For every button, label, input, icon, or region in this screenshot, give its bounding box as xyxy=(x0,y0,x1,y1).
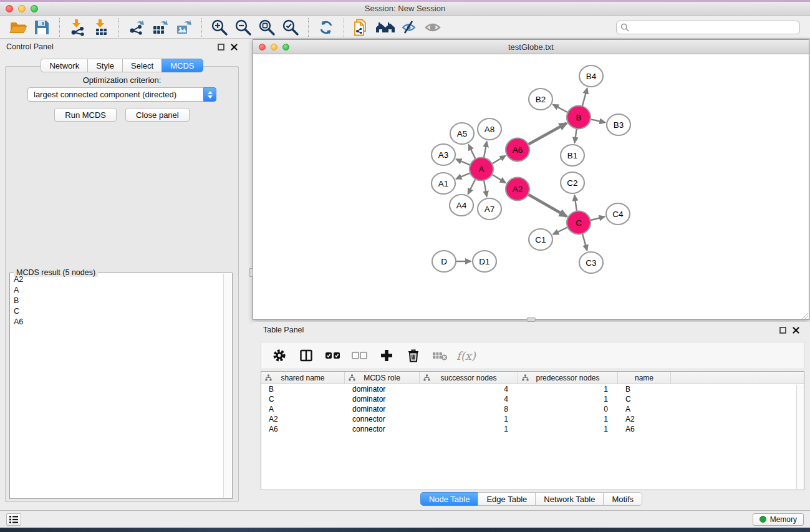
optimization-criterion-select[interactable]: largest connected component (directed) xyxy=(27,87,216,102)
table-row[interactable]: Adominator80A xyxy=(261,404,804,414)
table-cell[interactable]: connector xyxy=(345,424,420,434)
tab-node-table[interactable]: Node Table xyxy=(420,492,478,506)
delete-column-button[interactable] xyxy=(403,345,424,366)
mcds-result-item[interactable]: A2 xyxy=(11,274,223,285)
column-header-name[interactable]: name xyxy=(618,372,671,384)
edge-A6-B[interactable] xyxy=(529,123,567,145)
delete-table-button[interactable] xyxy=(430,345,451,366)
node-B2[interactable]: B2 xyxy=(529,89,552,110)
edge-A-A2[interactable] xyxy=(493,175,506,183)
node-C2[interactable]: C2 xyxy=(561,172,584,193)
node-A4[interactable]: A4 xyxy=(450,195,473,216)
resize-grip-icon[interactable] xyxy=(801,311,808,319)
table-cell[interactable]: 1 xyxy=(420,414,518,424)
edge-C-C1[interactable] xyxy=(553,227,567,234)
table-cell[interactable]: A6 xyxy=(261,424,345,434)
column-header-predecessor-nodes[interactable]: predecessor nodes xyxy=(518,372,618,384)
edge-C-C3[interactable] xyxy=(582,234,587,251)
edge-A2-C[interactable] xyxy=(529,195,567,216)
close-panel-button[interactable]: Close panel xyxy=(125,108,190,122)
table-row[interactable]: Bdominator41B xyxy=(261,384,804,394)
node-A8[interactable]: A8 xyxy=(478,118,501,140)
table-cell[interactable]: 8 xyxy=(420,404,518,414)
zoom-selected-button[interactable] xyxy=(281,18,301,37)
table-row[interactable]: A6connector11A6 xyxy=(261,424,804,434)
node-A5[interactable]: A5 xyxy=(450,123,474,144)
table-cell[interactable]: 0 xyxy=(518,404,618,414)
tab-edge-table[interactable]: Edge Table xyxy=(478,492,535,506)
table-scrollbar[interactable] xyxy=(796,385,804,489)
table-cell[interactable]: connector xyxy=(345,414,420,424)
node-C3[interactable]: C3 xyxy=(579,252,603,273)
zoom-in-button[interactable] xyxy=(210,18,229,37)
show-all-columns-button[interactable] xyxy=(322,345,344,366)
export-network-button[interactable] xyxy=(127,18,147,37)
float-panel-icon[interactable] xyxy=(779,327,786,334)
edge-B-B3[interactable] xyxy=(591,119,605,122)
table-cell[interactable]: C xyxy=(261,394,345,404)
create-column-button[interactable] xyxy=(376,345,397,366)
table-cell[interactable]: dominator xyxy=(345,394,420,404)
column-header-shared-name[interactable]: shared name xyxy=(261,372,345,384)
edge-B-B4[interactable] xyxy=(582,89,587,107)
node-B1[interactable]: B1 xyxy=(561,145,584,166)
table-cell[interactable]: A xyxy=(618,404,671,414)
node-A6[interactable]: A6 xyxy=(506,138,529,162)
export-table-button[interactable] xyxy=(150,18,170,37)
table-row[interactable]: A2connector11A2 xyxy=(261,414,804,424)
node-B4[interactable]: B4 xyxy=(579,65,603,87)
refresh-layout-button[interactable] xyxy=(316,18,336,37)
edge-A-A4[interactable] xyxy=(468,179,476,194)
edge-A-A7[interactable] xyxy=(484,180,487,196)
node-D[interactable]: D xyxy=(432,251,456,272)
node-B[interactable]: B xyxy=(567,106,591,129)
splitter-handle-vertical[interactable] xyxy=(249,268,253,277)
table-cell[interactable]: 1 xyxy=(518,414,618,424)
close-panel-icon[interactable] xyxy=(793,327,799,334)
home-button[interactable] xyxy=(375,18,395,37)
tab-mcds[interactable]: MCDS xyxy=(162,59,203,72)
result-scrollbar[interactable] xyxy=(223,274,231,498)
table-cell[interactable]: 1 xyxy=(518,424,618,434)
table-cell[interactable]: A6 xyxy=(618,424,671,434)
table-cell[interactable]: dominator xyxy=(345,384,420,394)
node-C4[interactable]: C4 xyxy=(606,203,630,225)
table-cell[interactable]: A xyxy=(261,404,345,414)
clone-network-button[interactable] xyxy=(352,18,372,37)
table-cell[interactable]: dominator xyxy=(345,404,420,414)
node-B3[interactable]: B3 xyxy=(607,114,630,135)
table-cell[interactable]: 1 xyxy=(518,394,618,404)
table-cell[interactable]: B xyxy=(261,384,345,394)
node-A3[interactable]: A3 xyxy=(432,144,455,165)
zoom-out-button[interactable] xyxy=(233,18,253,37)
table-cell[interactable]: 4 xyxy=(420,384,518,394)
edge-A-A8[interactable] xyxy=(484,142,487,158)
table-cell[interactable]: C xyxy=(618,394,671,404)
import-table-button[interactable] xyxy=(91,18,111,37)
edge-A-A6[interactable] xyxy=(493,156,506,164)
network-window-titlebar[interactable]: testGlobe.txt xyxy=(253,40,809,54)
edge-A-A3[interactable] xyxy=(456,159,470,165)
mcds-result-item[interactable]: C xyxy=(11,306,223,317)
node-D1[interactable]: D1 xyxy=(473,251,496,272)
search-input[interactable] xyxy=(616,21,800,34)
node-A2[interactable]: A2 xyxy=(506,178,529,201)
edge-B-B1[interactable] xyxy=(575,128,577,143)
node-A7[interactable]: A7 xyxy=(478,198,501,220)
mcds-result-item[interactable]: B xyxy=(11,296,223,306)
node-C1[interactable]: C1 xyxy=(529,229,552,250)
node-C[interactable]: C xyxy=(567,211,591,235)
splitter-handle-horizontal[interactable] xyxy=(527,317,536,322)
column-header-MCDS-role[interactable]: MCDS role xyxy=(345,372,420,384)
save-session-button[interactable] xyxy=(32,18,52,37)
function-builder-button[interactable]: f(x) xyxy=(456,345,476,366)
table-row[interactable]: Cdominator41C xyxy=(261,394,804,404)
tab-motifs[interactable]: Motifs xyxy=(603,492,642,506)
table-cell[interactable]: A2 xyxy=(261,414,345,424)
import-network-button[interactable] xyxy=(67,18,87,37)
edge-C-C2[interactable] xyxy=(574,195,577,211)
close-panel-icon[interactable] xyxy=(231,44,238,51)
network-canvas[interactable]: B4B2BB3A5A8A6B1A3AA1C2A2A4A7C4CC1C3DD1 xyxy=(254,55,808,317)
open-session-button[interactable] xyxy=(8,18,28,37)
node-A1[interactable]: A1 xyxy=(432,173,455,194)
